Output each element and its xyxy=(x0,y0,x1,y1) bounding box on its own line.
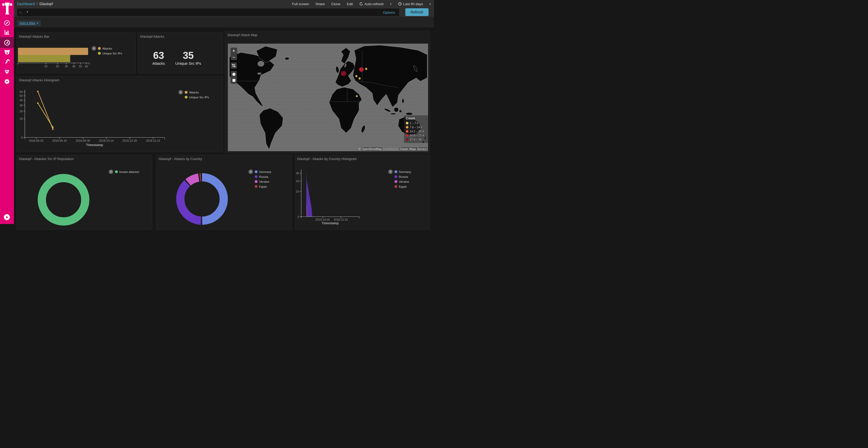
search-query-value[interactable]: * xyxy=(27,10,383,14)
legend-dot xyxy=(98,47,101,50)
gauge-icon xyxy=(4,39,10,46)
legend-toggle-button[interactable]: › xyxy=(388,170,393,174)
legend-toggle-button[interactable]: › xyxy=(92,46,96,50)
legend-item-ukraine[interactable]: Ukraine xyxy=(395,179,411,184)
chart-legend: ›AttacksUnique Src IPs xyxy=(92,46,122,56)
donut-segment-known-attacker[interactable] xyxy=(42,178,85,221)
svg-text:2018-10-28: 2018-10-28 xyxy=(122,139,137,142)
svg-text:2018-10-01: 2018-10-01 xyxy=(315,218,330,221)
svg-text:20: 20 xyxy=(56,65,59,68)
full-screen-button[interactable]: Full screen xyxy=(292,2,309,6)
legend-item-unique-src-ips[interactable]: Unique Src IPs xyxy=(98,51,122,56)
metric-label: Attacks xyxy=(152,61,165,66)
attack-point-egypt[interactable] xyxy=(356,96,358,97)
openstreetmap-link[interactable]: OpenStreetMap xyxy=(362,147,382,150)
sidebar-collapse-button[interactable] xyxy=(4,214,10,220)
sidebar-item-dashboard[interactable] xyxy=(0,37,14,48)
legend-item-known-attacker[interactable]: known attacker xyxy=(115,169,139,174)
svg-text:30: 30 xyxy=(65,65,68,68)
legend-item-germany[interactable]: Germany xyxy=(395,169,411,174)
time-range-picker[interactable]: Last 90 days xyxy=(398,2,423,6)
auto-refresh-button[interactable]: Auto-refresh xyxy=(359,2,383,6)
attack-point-germany[interactable] xyxy=(341,71,346,76)
map-legend-dot xyxy=(406,138,408,141)
svg-text:50: 50 xyxy=(79,65,82,68)
map-fit-bounds-button[interactable] xyxy=(231,63,237,69)
options-link[interactable]: Options xyxy=(383,10,395,14)
legend-toggle-button[interactable]: › xyxy=(179,90,183,95)
sidebar-item-monitoring[interactable] xyxy=(0,66,14,77)
map-zoom-in-button[interactable]: + xyxy=(231,48,237,54)
data-point[interactable] xyxy=(52,127,54,128)
data-point[interactable] xyxy=(37,102,38,104)
legend-item-egypt[interactable]: Egypt xyxy=(395,184,411,189)
attack-map[interactable]: + − xyxy=(228,44,428,151)
sidebar-item-discover[interactable] xyxy=(0,18,14,28)
svg-text:10: 10 xyxy=(296,190,299,193)
svg-text:2018-10-14: 2018-10-14 xyxy=(99,139,114,142)
panel-title[interactable]: Glastopf Attack Map xyxy=(227,33,257,37)
attack-point-russia[interactable] xyxy=(359,67,364,72)
refresh-icon xyxy=(359,2,363,6)
reputation-donut-chart xyxy=(17,155,152,224)
legend-item-ukraine[interactable]: Ukraine xyxy=(255,179,271,184)
breadcrumb-separator: / xyxy=(37,2,38,6)
panel-glastopf-attacks-bar: Glastopf Attacks Bar 102030405060 ›Attac… xyxy=(17,33,135,73)
map-draw-polygon-button[interactable] xyxy=(231,71,237,77)
legend-dot xyxy=(98,52,101,55)
sidebar-item-management[interactable] xyxy=(0,76,14,87)
chart-legend: ›GermanyRussiaUkraineEgypt xyxy=(388,169,411,189)
legend-item-egypt[interactable]: Egypt xyxy=(255,184,271,189)
sidebar-item-dev-tools[interactable] xyxy=(0,57,14,67)
time-back-button[interactable]: ‹ xyxy=(390,1,392,6)
attack-point-russia[interactable] xyxy=(365,68,367,70)
legend-dot xyxy=(255,180,257,183)
legend-item-germany[interactable]: Germany xyxy=(255,169,271,174)
svg-text:2018-11-01: 2018-11-01 xyxy=(334,218,348,221)
attack-point-ukraine[interactable] xyxy=(355,75,357,77)
data-point[interactable] xyxy=(52,128,54,130)
map-legend-label: 14.2 – 20.8 xyxy=(410,130,424,133)
legend-toggle-button[interactable]: › xyxy=(109,170,113,174)
edit-button[interactable]: Edit xyxy=(347,2,353,6)
legend-dot xyxy=(185,96,188,99)
bar-attacks[interactable] xyxy=(18,48,88,55)
metric-attacks: 63 Attacks xyxy=(152,50,165,66)
svg-text:60: 60 xyxy=(20,90,23,94)
search-bar[interactable]: >_ * Options xyxy=(17,8,399,16)
legend-item-attacks[interactable]: Attacks xyxy=(98,46,122,51)
lion-icon xyxy=(4,49,10,56)
terminal-prompt-icon: >_ xyxy=(20,11,23,14)
panel-glastopf-attack-map: Glastopf Attack Map + − xyxy=(225,31,430,153)
legend-item-unique-src-ips[interactable]: Unique Src IPs xyxy=(185,95,209,100)
breadcrumb-dashboard-link[interactable]: Dashboard xyxy=(17,2,35,6)
clone-button[interactable]: Clone xyxy=(331,2,340,6)
legend-label: Germany xyxy=(259,170,271,173)
data-point[interactable] xyxy=(37,91,38,92)
share-button[interactable]: Share xyxy=(315,2,325,6)
map-zoom-out-button[interactable]: − xyxy=(231,54,237,60)
panel-attacker-src-ip-reputation: Glastopf - Attacker Src IP Reputation ›k… xyxy=(17,155,152,224)
legend-item-attacks[interactable]: Attacks xyxy=(185,90,209,95)
map-legend-item: 14.2 – 20.8 xyxy=(406,129,426,133)
attack-point-ukraine[interactable] xyxy=(359,78,361,79)
legend-toggle-button[interactable]: › xyxy=(249,170,253,174)
add-filter-button[interactable]: Add a filter+ xyxy=(17,21,41,26)
world-map[interactable] xyxy=(228,44,428,151)
svg-text:2018-09-02: 2018-09-02 xyxy=(29,139,43,142)
line-unique-src-ips[interactable] xyxy=(38,103,53,127)
sidebar-item-visualize[interactable] xyxy=(0,27,14,37)
time-forward-button[interactable]: › xyxy=(429,1,431,6)
panel-title[interactable]: Glastopf Attacks xyxy=(140,35,164,38)
legend-item-russia[interactable]: Russia xyxy=(395,174,411,179)
elastic-maps-service-link[interactable]: Elastic Maps Service xyxy=(400,147,427,150)
map-draw-rectangle-button[interactable] xyxy=(231,77,237,83)
bar-unique-src-ips[interactable] xyxy=(18,55,70,62)
legend-label: Unique Src IPs xyxy=(189,96,209,99)
metric-value: 63 xyxy=(152,50,165,61)
sidebar-item-timelion[interactable] xyxy=(0,47,14,57)
legend-item-russia[interactable]: Russia xyxy=(255,174,271,179)
chart-legend: ›known attacker xyxy=(109,169,139,174)
area-russia[interactable] xyxy=(306,179,312,217)
refresh-button[interactable]: Refresh xyxy=(405,8,429,16)
